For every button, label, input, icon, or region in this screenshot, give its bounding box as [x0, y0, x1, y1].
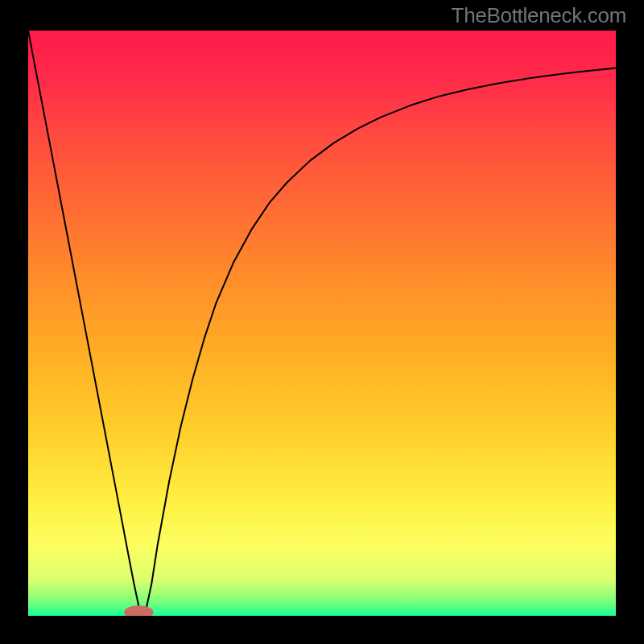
- plot-area: [28, 31, 616, 616]
- chart-svg: [28, 31, 616, 616]
- chart-frame: TheBottleneck.com: [0, 0, 644, 644]
- gradient-background: [28, 31, 616, 616]
- attribution-text: TheBottleneck.com: [452, 3, 626, 28]
